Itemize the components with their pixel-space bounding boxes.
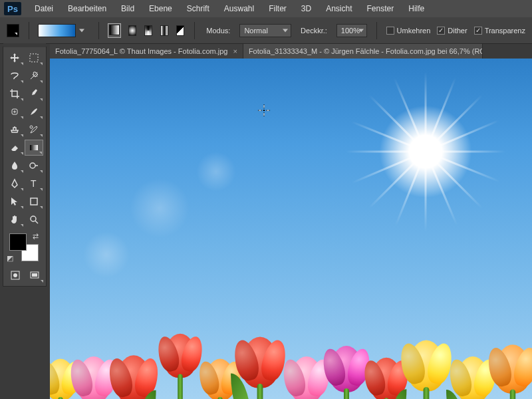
tulip-image (116, 355, 152, 399)
gradient-tool[interactable] (25, 140, 43, 156)
svg-point-7 (31, 216, 36, 221)
menu-3d[interactable]: 3D (295, 1, 318, 16)
separator (98, 22, 99, 39)
svg-text:T: T (31, 178, 37, 189)
svg-point-4 (30, 163, 35, 168)
menubar: Ps Datei Bearbeiten Bild Ebene Schrift A… (0, 0, 532, 17)
marquee-tool[interactable] (25, 50, 43, 66)
document-tab[interactable]: Fotolia_31333343_M - © Jürgen Fälchle - … (243, 44, 483, 59)
screen-mode-tool[interactable] (25, 267, 44, 283)
clone-stamp-tool[interactable] (5, 122, 24, 138)
lens-flare (83, 231, 130, 278)
svg-rect-6 (31, 198, 37, 205)
gradient-type-radial[interactable] (128, 25, 136, 36)
separator (29, 22, 29, 39)
separator (194, 22, 195, 39)
checkbox-icon (386, 27, 394, 35)
default-colors-icon[interactable]: ◩ (7, 254, 13, 263)
close-icon[interactable]: × (233, 47, 237, 55)
svg-rect-0 (30, 54, 38, 62)
tab-label: Fotolia_31333343_M - © Jürgen Fälchle - … (249, 47, 483, 55)
lens-flare (130, 178, 190, 238)
sun (379, 105, 472, 198)
path-selection-tool[interactable] (5, 194, 24, 209)
gradient-picker[interactable] (38, 24, 76, 37)
options-bar: Modus: Normal Deckkr.: 100% Umkehren ✓ D… (0, 17, 532, 44)
menu-ansicht[interactable]: Ansicht (319, 1, 358, 16)
dodge-tool[interactable] (25, 158, 43, 174)
blur-tool[interactable] (5, 158, 24, 174)
type-tool[interactable]: T (25, 176, 43, 192)
gradient-type-diamond[interactable] (176, 25, 184, 36)
swap-colors-icon[interactable]: ⇄ (33, 232, 39, 241)
reverse-label: Umkehren (397, 27, 431, 35)
svg-point-2 (30, 126, 33, 128)
menu-datei[interactable]: Datei (28, 1, 60, 16)
opacity-label: Deckkr.: (301, 27, 327, 35)
magic-wand-tool[interactable] (25, 68, 43, 84)
tulip-image (76, 356, 111, 399)
zoom-tool[interactable] (25, 211, 43, 227)
tulip-image (495, 344, 531, 394)
lasso-tool[interactable] (5, 68, 24, 84)
checkbox-icon: ✓ (474, 27, 482, 35)
blend-mode-dropdown[interactable]: Normal (239, 24, 291, 37)
transparency-checkbox[interactable]: ✓ Transparenz (474, 27, 525, 35)
gradient-type-reflected[interactable] (160, 25, 168, 36)
tulip-image (241, 337, 279, 388)
separator (376, 22, 377, 39)
brush-tool[interactable] (25, 104, 43, 120)
checkbox-icon: ✓ (437, 27, 445, 35)
tulip-image (407, 340, 445, 392)
tulip-image (370, 358, 402, 399)
color-swatches: ⇄ ◩ (5, 232, 44, 261)
move-tool[interactable] (5, 50, 24, 66)
history-brush-tool[interactable] (25, 122, 43, 138)
menu-fenster[interactable]: Fenster (360, 1, 401, 16)
eraser-tool[interactable] (5, 140, 24, 156)
tulip-image (164, 334, 196, 378)
eyedropper-tool[interactable] (25, 86, 43, 102)
tulip-image (289, 356, 324, 399)
document-tabs: Fotolia_7775064_L © Thaut Images - Fotol… (50, 44, 532, 59)
tab-label: Fotolia_7775064_L © Thaut Images - Fotol… (55, 47, 227, 55)
transparency-label: Transparenz (485, 27, 525, 35)
reverse-checkbox[interactable]: Umkehren (386, 27, 431, 35)
menu-hilfe[interactable]: Hilfe (402, 1, 431, 16)
menu-auswahl[interactable]: Auswahl (217, 1, 261, 16)
menu-bearbeiten[interactable]: Bearbeiten (61, 1, 113, 16)
tool-preset-picker[interactable] (7, 24, 19, 37)
canvas[interactable] (50, 59, 532, 399)
pen-tool[interactable] (5, 176, 24, 192)
shape-tool[interactable] (25, 194, 43, 209)
opacity-dropdown[interactable]: 100% (336, 24, 367, 37)
tulip-image (329, 346, 364, 392)
mode-label: Modus: (206, 27, 230, 35)
svg-rect-11 (32, 273, 37, 277)
dither-checkbox[interactable]: ✓ Dither (437, 27, 467, 35)
menu-schrift[interactable]: Schrift (180, 1, 216, 16)
healing-brush-tool[interactable] (5, 104, 24, 120)
menu-filter[interactable]: Filter (262, 1, 293, 16)
tulip-image (456, 356, 490, 399)
document-tab[interactable]: Fotolia_7775064_L © Thaut Images - Fotol… (50, 44, 243, 59)
crop-tool[interactable] (5, 86, 24, 102)
toolbox: T ⇄ ◩ (3, 47, 47, 287)
gradient-type-angle[interactable] (144, 25, 152, 36)
svg-rect-3 (30, 145, 38, 150)
gradient-type-linear[interactable] (108, 23, 121, 38)
dither-label: Dither (448, 27, 467, 35)
menu-bild[interactable]: Bild (114, 1, 141, 16)
menu-ebene[interactable]: Ebene (142, 1, 179, 16)
lens-flare (196, 152, 236, 192)
app-logo: Ps (4, 2, 21, 15)
foreground-color[interactable] (9, 233, 27, 251)
hand-tool[interactable] (5, 211, 24, 227)
quickmask-tool[interactable] (6, 267, 25, 283)
svg-point-9 (13, 273, 17, 277)
